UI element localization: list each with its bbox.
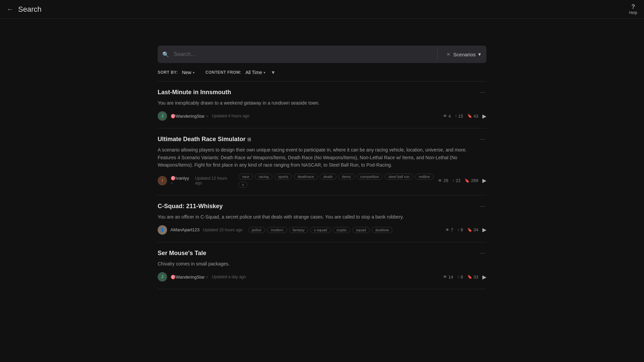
- view-value: 14: [448, 275, 453, 280]
- back-button[interactable]: ←: [7, 5, 13, 13]
- scenario-description: You are an officer in C-Squad, a secret …: [158, 213, 486, 221]
- scenario-meta: 👤 AManApart123 Updated 15 hours ago poli…: [158, 225, 486, 235]
- eye-icon: 👁: [438, 178, 442, 183]
- tag[interactable]: deathrace: [294, 174, 318, 180]
- scenario-item: Ultimate Death Race Simulator ⊞ ··· A sc…: [158, 128, 486, 195]
- filter-bar: SORT BY: New ▾ CONTENT FROM: All Time ▾ …: [158, 70, 486, 75]
- scenario-header: Last-Minute in Innsmouth ···: [158, 89, 486, 96]
- upvote-count: ↑ 15: [455, 114, 463, 119]
- sort-chevron: ▾: [193, 71, 195, 74]
- tag[interactable]: fantasy: [289, 227, 308, 233]
- bookmark-count: 🔖 34: [467, 227, 478, 232]
- view-value: 7: [451, 227, 453, 232]
- scenario-title[interactable]: C-Squad: 211-Whiskey: [158, 203, 223, 210]
- scenario-meta: J 🎯WanderingStar ♂ Updated 4 hours ago 👁…: [158, 111, 486, 121]
- sort-label: SORT BY:: [158, 70, 178, 75]
- scenario-title[interactable]: Last-Minute in Innsmouth: [158, 89, 231, 96]
- title-icon: ⊞: [247, 137, 251, 142]
- bookmark-count: 🔖 289: [465, 178, 478, 183]
- tag[interactable]: sports: [274, 174, 292, 180]
- author-name[interactable]: 🎯WanderingStar ♂: [170, 114, 209, 119]
- play-button[interactable]: ▶: [482, 274, 486, 280]
- upvote-value: 15: [458, 114, 463, 119]
- scenario-more-button[interactable]: ···: [479, 136, 486, 143]
- tag[interactable]: c-squad: [310, 227, 331, 233]
- upvote-count: ↑ 8: [457, 227, 463, 232]
- tag[interactable]: items: [338, 174, 355, 180]
- upvote-value: 8: [461, 227, 463, 232]
- updated-time: Updated a day ago: [212, 275, 246, 279]
- tag[interactable]: modern: [267, 227, 287, 233]
- scenario-more-button[interactable]: ···: [479, 250, 486, 257]
- upvote-count: ↑ 22: [452, 178, 461, 183]
- scenario-stats: 👁 14 ↑ 8 🔖 33 ▶: [443, 274, 486, 280]
- view-value: 26: [443, 178, 448, 183]
- scenario-description: A scenario allowing players to design th…: [158, 146, 486, 169]
- play-button[interactable]: ▶: [482, 227, 486, 233]
- play-button[interactable]: ▶: [482, 177, 486, 184]
- content-from-dropdown[interactable]: All Time ▾: [246, 70, 266, 75]
- scenario-more-button[interactable]: ···: [479, 203, 486, 210]
- content-from-value: All Time: [246, 70, 262, 75]
- bookmark-count: 🔖 43: [467, 114, 478, 119]
- scenario-meta: I 🎯ivanlyy ♂ Updated 12 hours ago racera…: [158, 174, 486, 188]
- upvote-value: 22: [456, 178, 461, 183]
- help-button[interactable]: ? Help: [629, 3, 637, 15]
- tag[interactable]: squad: [352, 227, 370, 233]
- view-count: 👁 14: [443, 275, 453, 280]
- tag[interactable]: race: [238, 174, 253, 180]
- tag[interactable]: death: [320, 174, 336, 180]
- main-content: 🔍 ✕ Scenarios ▾ SORT BY: New ▾ CONTENT F…: [0, 19, 644, 362]
- help-icon: ?: [631, 3, 635, 10]
- bookmark-icon: 🔖: [467, 275, 472, 279]
- search-type-dropdown[interactable]: ✕ Scenarios ▾: [441, 51, 486, 57]
- scenario-title[interactable]: Ser Mouse's Tale: [158, 250, 206, 257]
- scenario-more-button[interactable]: ···: [479, 89, 486, 96]
- bookmark-value: 34: [474, 227, 478, 232]
- content-from-chevron: ▾: [264, 71, 265, 74]
- search-type-label: Scenarios: [453, 52, 476, 57]
- tag[interactable]: redline: [415, 174, 434, 180]
- sort-dropdown[interactable]: New ▾: [182, 70, 195, 75]
- scenario-stats: 👁 26 ↑ 22 🔖 289 ▶: [438, 177, 486, 184]
- sort-value: New: [182, 70, 191, 75]
- help-label: Help: [629, 10, 637, 15]
- tag[interactable]: competition: [357, 174, 383, 180]
- upvote-icon: ↑: [457, 228, 459, 232]
- view-count: 👁 7: [445, 227, 453, 232]
- clear-filter-icon[interactable]: ✕: [446, 52, 450, 57]
- updated-time: Updated 15 hours ago: [203, 228, 243, 232]
- author-name[interactable]: 🎯ivanlyy ♂: [170, 176, 192, 186]
- tag[interactable]: steel ball run: [385, 174, 413, 180]
- updated-time: Updated 4 hours ago: [212, 114, 250, 118]
- tag[interactable]: v: [238, 182, 248, 188]
- avatar: J: [158, 272, 167, 282]
- search-input[interactable]: [174, 51, 434, 57]
- tag-list: raceracingsportsdeathracedeathitemscompe…: [238, 174, 435, 188]
- avatar: 👤: [158, 225, 167, 235]
- page-title: Search: [18, 5, 42, 14]
- tag[interactable]: dusktow: [372, 227, 392, 233]
- tag[interactable]: racing: [255, 174, 272, 180]
- scenario-header: Ser Mouse's Tale ···: [158, 250, 486, 257]
- tag[interactable]: crypto: [333, 227, 350, 233]
- scenario-meta: J 🎯WanderingStar ♂ Updated a day ago 👁 1…: [158, 272, 486, 282]
- scenario-description: Chivalry comes in small packages.: [158, 260, 486, 267]
- upvote-count: ↑ 8: [457, 275, 463, 280]
- updated-time: Updated 12 hours ago: [195, 176, 233, 185]
- view-count: 👁 4: [443, 114, 451, 119]
- avatar: J: [158, 111, 167, 121]
- author-name[interactable]: AManApart123: [170, 227, 200, 232]
- topbar: ← Search ? Help: [0, 0, 644, 19]
- eye-icon: 👁: [443, 275, 447, 279]
- bookmark-count: 🔖 33: [467, 275, 478, 280]
- author-name[interactable]: 🎯WanderingStar ♂: [170, 275, 209, 280]
- scenario-item: Last-Minute in Innsmouth ··· You are ine…: [158, 81, 486, 128]
- filter-funnel-icon[interactable]: ▼: [271, 70, 275, 75]
- play-button[interactable]: ▶: [482, 113, 486, 119]
- scenario-description: You are inexplicably drawn to a weekend …: [158, 99, 486, 107]
- scenario-title[interactable]: Ultimate Death Race Simulator ⊞: [158, 136, 251, 143]
- tag[interactable]: police: [248, 227, 265, 233]
- bookmark-icon: 🔖: [467, 114, 472, 118]
- scenario-item: Ser Mouse's Tale ··· Chivalry comes in s…: [158, 242, 486, 289]
